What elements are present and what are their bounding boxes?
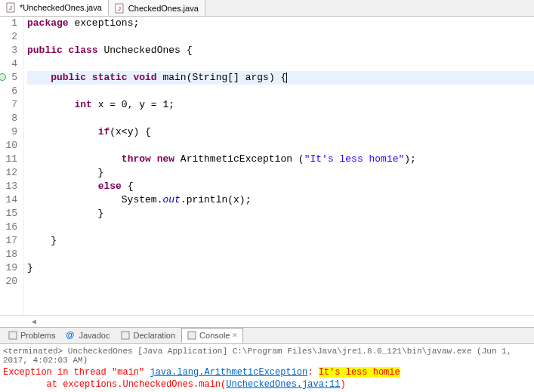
code-line[interactable]: public class UncheckedOnes { (27, 44, 534, 57)
svg-rect-5 (122, 332, 129, 339)
code-line[interactable] (27, 57, 534, 71)
line-number: 10 (0, 139, 17, 153)
panel-tab-problems[interactable]: Problems (3, 329, 60, 342)
tab-label: CheckedOnes.java (128, 4, 199, 13)
console-line: Exception in thread "main" java.lang.Ari… (3, 366, 531, 378)
line-number: 1 (0, 17, 17, 30)
code-line[interactable]: } (27, 207, 534, 221)
line-number: 6 (0, 85, 17, 98)
console-icon (187, 330, 197, 341)
panel-tab-label: Javadoc (79, 331, 110, 340)
java-file-icon: J (6, 2, 17, 13)
tab-label: *UncheckedOnes.java (20, 3, 102, 12)
panel-tab-label: Console (199, 331, 230, 340)
line-number: 14 (0, 193, 17, 207)
javadoc-icon: @ (66, 330, 76, 341)
line-number: 16 (0, 221, 17, 234)
text-cursor (286, 73, 287, 83)
code-line[interactable]: else { (27, 180, 534, 193)
code-line[interactable]: throw new ArithmeticException ("It's les… (27, 153, 534, 166)
line-number: 19 (0, 261, 17, 275)
code-line[interactable] (27, 112, 534, 125)
line-number: 20 (0, 275, 17, 289)
line-number: 12 (0, 166, 17, 180)
line-number: 8 (0, 112, 17, 125)
editor-tab[interactable]: JCheckedOnes.java (109, 0, 205, 16)
line-number: 18 (0, 248, 17, 261)
code-line[interactable]: package exceptions; (27, 17, 534, 30)
exception-link[interactable]: java.lang.ArithmeticException (150, 367, 307, 378)
declaration-icon (120, 330, 131, 341)
code-area[interactable]: package exceptions;public class Unchecke… (24, 17, 534, 315)
close-icon[interactable]: ✕ (232, 332, 238, 339)
svg-text:J: J (9, 5, 12, 11)
panel-tab-console[interactable]: Console ✕ (181, 328, 243, 343)
line-number: 17 (0, 234, 17, 248)
line-number: 9 (0, 125, 17, 139)
scroll-left-icon[interactable]: ◄ (30, 317, 39, 326)
line-number: 13 (0, 180, 17, 193)
line-number: 2 (0, 30, 17, 44)
exception-message: It's less homie (319, 367, 400, 378)
stacktrace-link[interactable]: UncheckedOnes.java:11 (226, 379, 340, 390)
line-number: 15 (0, 207, 17, 221)
java-file-icon: J (115, 3, 125, 14)
line-number: 7 (0, 98, 17, 112)
code-line[interactable]: int x = 0, y = 1; (27, 98, 534, 112)
editor-tabs: J*UncheckedOnes.javaJCheckedOnes.java (0, 0, 534, 17)
horizontal-scrollbar[interactable]: ◄ (0, 315, 534, 327)
line-number: 5 (0, 71, 17, 85)
panel-tab-label: Declaration (133, 331, 175, 340)
problems-icon (8, 330, 18, 341)
console-line: at exceptions.UncheckedOnes.main(Uncheck… (3, 378, 531, 390)
editor-tab[interactable]: J*UncheckedOnes.java (0, 0, 109, 16)
gutter-marker-icon[interactable] (0, 73, 6, 81)
code-line[interactable]: System.out.println(x); (27, 193, 534, 207)
code-line[interactable] (27, 30, 534, 44)
line-number: 4 (0, 57, 17, 71)
console-panel: <terminated> UncheckedOnes [Java Applica… (0, 344, 534, 392)
line-number: 11 (0, 153, 17, 166)
panel-tab-label: Problems (20, 331, 55, 340)
panel-tab-declaration[interactable]: Declaration (116, 329, 180, 342)
code-line[interactable] (27, 85, 534, 98)
line-number: 3 (0, 44, 17, 57)
code-line[interactable]: } (27, 234, 534, 248)
code-line[interactable]: } (27, 166, 534, 180)
code-line[interactable] (27, 139, 534, 153)
svg-rect-4 (9, 332, 17, 339)
console-app-path: UncheckedOnes [Java Application] C:\Prog… (3, 347, 511, 365)
code-line[interactable] (27, 275, 534, 289)
code-line[interactable]: if(x<y) { (27, 125, 534, 139)
code-line[interactable]: } (27, 261, 534, 275)
code-line[interactable]: public static void main(String[] args) { (27, 71, 534, 85)
panel-tab-javadoc[interactable]: @Javadoc (61, 329, 114, 342)
code-line[interactable] (27, 248, 534, 261)
bottom-panel-tabs: Problems@JavadocDeclarationConsole ✕ (0, 327, 534, 344)
svg-rect-6 (188, 332, 196, 339)
line-gutter: 1234567891011121314151617181920 (0, 17, 24, 315)
terminated-label: <terminated> (3, 347, 68, 356)
code-line[interactable] (27, 221, 534, 234)
code-editor[interactable]: 1234567891011121314151617181920 package … (0, 17, 534, 315)
console-header: <terminated> UncheckedOnes [Java Applica… (3, 345, 531, 366)
svg-text:J: J (118, 5, 121, 12)
